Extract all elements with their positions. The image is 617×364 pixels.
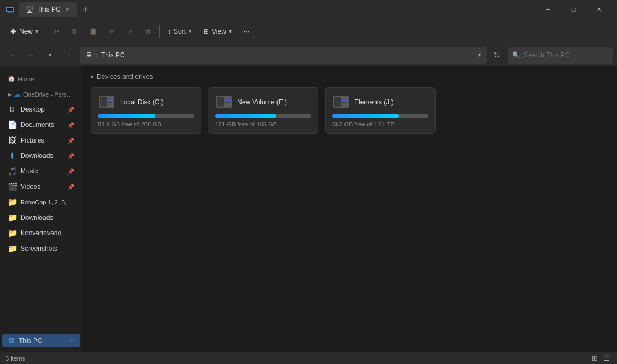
svg-rect-8: [217, 97, 224, 107]
sidebar-screenshots-label: Screenshots: [20, 245, 57, 252]
tab-close-button[interactable]: ✕: [64, 6, 71, 14]
music-icon: 🎵: [8, 167, 17, 176]
drive-j-info: 562 GB free of 1.81 TB: [332, 121, 428, 128]
devices-drives-header[interactable]: ▾ Devices and drives: [91, 73, 608, 81]
sidebar-downloads-label: Downloads: [20, 152, 53, 160]
rename-icon: ✏: [109, 28, 115, 35]
search-icon: 🔍: [512, 51, 520, 59]
sort-icon: ↕: [168, 28, 171, 35]
status-list-view-button[interactable]: ☰: [602, 354, 611, 362]
drive-j-bar-fill: [332, 114, 399, 118]
tab-this-pc[interactable]: 🖥️ This PC ✕: [19, 2, 77, 17]
share-icon: ↗: [127, 28, 133, 35]
sidebar-item-konvertovano[interactable]: 📁 Konvertovano: [2, 225, 80, 241]
copy-button[interactable]: ⧉: [66, 22, 82, 41]
sort-button[interactable]: ↕ Sort ▾: [162, 22, 197, 41]
sidebar-item-pictures[interactable]: 🖼 Pictures 📌: [2, 133, 80, 148]
maximize-button[interactable]: □: [561, 0, 586, 19]
svg-rect-4: [100, 97, 107, 107]
drive-c-bar-fill: [98, 114, 155, 118]
drive-e[interactable]: New Volume (E:) 171 GB free of 465 GB: [208, 87, 318, 134]
rename-button[interactable]: ✏: [104, 22, 121, 41]
svg-rect-13: [342, 100, 348, 101]
this-pc-icon: 🖥: [8, 336, 15, 345]
more-button[interactable]: ···: [238, 22, 255, 41]
drive-c-icon: [98, 93, 116, 111]
sidebar-item-screenshots[interactable]: 📁 Screenshots: [2, 241, 80, 256]
videos-icon: 🎬: [8, 182, 17, 191]
window-controls: ─ □ ✕: [535, 0, 611, 19]
back-icon: ←: [9, 51, 16, 59]
downloads-icon: ⬇: [8, 151, 17, 160]
sidebar-onedrive-header[interactable]: ▶ ☁ OneDrive - Pers...: [2, 88, 80, 101]
sidebar-this-pc[interactable]: 🖥 This PC ···: [2, 334, 80, 347]
sidebar: 🏠 Home ▶ ☁ OneDrive - Pers... 🖥 Desktop …: [0, 66, 82, 352]
delete-button[interactable]: 🗑: [139, 22, 157, 41]
section-chevron-icon: ▾: [91, 74, 93, 80]
paste-button[interactable]: 📋: [83, 22, 103, 41]
pictures-icon: 🖼: [8, 136, 17, 145]
close-button[interactable]: ✕: [586, 0, 611, 19]
toolbar-sep-2: [159, 25, 160, 38]
items-count: 3 items: [6, 355, 25, 362]
search-bar[interactable]: 🔍: [508, 47, 613, 64]
sidebar-item-videos[interactable]: 🎬 Videos 📌: [2, 179, 80, 194]
search-input[interactable]: [524, 51, 608, 59]
sidebar-item-documents[interactable]: 📄 Documents 📌: [2, 117, 80, 133]
refresh-icon: ↻: [494, 51, 500, 60]
recent-icon: ▾: [49, 51, 52, 59]
drive-e-bar-fill: [215, 114, 276, 118]
content-area: ▾ Devices and drives Local Disk (C:): [82, 66, 617, 352]
svg-rect-14: [342, 102, 346, 103]
recent-button[interactable]: ▾: [42, 47, 59, 64]
new-tab-button[interactable]: +: [80, 4, 92, 15]
sidebar-item-downloads2[interactable]: 📁 Downloads: [2, 210, 80, 225]
cut-icon: ✂: [54, 28, 60, 35]
drive-j-header: Elements (J:): [332, 93, 428, 111]
robocop-folder-icon: 📁: [8, 198, 17, 207]
new-button[interactable]: ✚ New ▾: [4, 22, 44, 41]
tab-label: This PC: [37, 6, 61, 13]
delete-icon: 🗑: [145, 28, 151, 35]
sidebar-item-robocop[interactable]: 📁 RoboCop 1, 2, 3,: [2, 194, 80, 210]
address-bar[interactable]: 🖥 › This PC ▾: [80, 47, 487, 64]
sidebar-item-downloads[interactable]: ⬇ Downloads 📌: [2, 148, 80, 163]
paste-icon: 📋: [89, 28, 97, 35]
new-chevron-icon: ▾: [35, 28, 38, 34]
cut-button[interactable]: ✂: [49, 22, 65, 41]
nav-bar: ← → ▾ ↑ 🖥 › This PC ▾ ↻ 🔍: [0, 44, 617, 66]
sidebar-desktop-label: Desktop: [20, 105, 45, 113]
more-icon: ···: [244, 28, 249, 35]
view-button[interactable]: ⊞ View ▾: [198, 22, 237, 41]
drive-e-name: New Volume (E:): [237, 98, 287, 106]
forward-icon: →: [28, 51, 35, 59]
share-button[interactable]: ↗: [122, 22, 138, 41]
sidebar-home-header[interactable]: 🏠 Home: [2, 73, 80, 85]
svg-rect-1: [7, 8, 13, 11]
minimize-button[interactable]: ─: [535, 0, 561, 19]
up-button[interactable]: ↑: [61, 47, 77, 64]
sidebar-documents-label: Documents: [20, 121, 54, 129]
sidebar-robocop-label: RoboCop 1, 2, 3,: [20, 199, 66, 205]
forward-button[interactable]: →: [23, 47, 40, 64]
this-pc-label: This PC: [19, 337, 43, 345]
konvertovano-folder-icon: 📁: [8, 229, 17, 238]
svg-rect-6: [108, 102, 112, 103]
svg-rect-2: [8, 12, 12, 13]
drive-j[interactable]: Elements (J:) 562 GB free of 1.81 TB: [325, 87, 436, 134]
title-bar: 🖥️ This PC ✕ + ─ □ ✕: [0, 0, 617, 19]
drive-j-icon: [332, 93, 350, 111]
sidebar-item-desktop[interactable]: 🖥 Desktop 📌: [2, 102, 80, 117]
toolbar-sep-1: [46, 25, 46, 38]
refresh-button[interactable]: ↻: [489, 47, 505, 64]
back-button[interactable]: ←: [4, 47, 21, 64]
address-dropdown-icon[interactable]: ▾: [478, 52, 481, 58]
status-grid-view-button[interactable]: ⊞: [590, 354, 599, 362]
sidebar-music-label: Music: [20, 167, 38, 175]
drive-e-info: 171 GB free of 465 GB: [215, 121, 311, 128]
list-view-icon: ☰: [603, 354, 610, 362]
drive-e-header: New Volume (E:): [215, 93, 311, 111]
sidebar-item-music[interactable]: 🎵 Music 📌: [2, 163, 80, 179]
drive-c[interactable]: Local Disk (C:) 83.9 GB free of 208 GB: [91, 87, 201, 134]
drive-c-header: Local Disk (C:): [98, 93, 194, 111]
